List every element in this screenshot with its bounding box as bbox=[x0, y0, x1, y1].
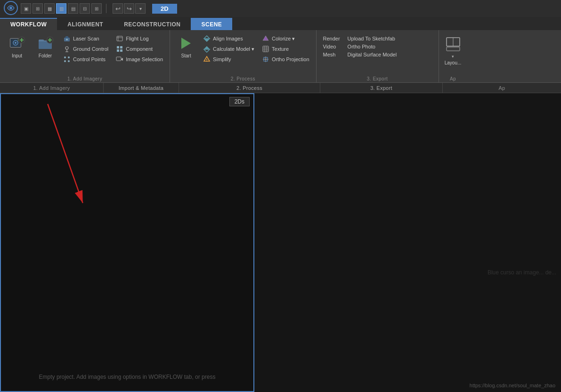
start-button[interactable]: Start bbox=[174, 33, 198, 61]
toolbar-icon-1[interactable]: ▣ bbox=[21, 3, 31, 14]
left-panel: 2Ds Empty project. Add images using opti… bbox=[0, 93, 254, 392]
toolbar-icon-7[interactable]: ⊞ bbox=[91, 3, 102, 14]
start-label: Start bbox=[181, 53, 191, 59]
component-button[interactable]: Component bbox=[113, 44, 166, 54]
svg-point-16 bbox=[65, 47, 68, 49]
component-icon bbox=[116, 45, 123, 53]
toolbar-icon-2[interactable]: ⊞ bbox=[33, 3, 43, 14]
export-label: 3. Export bbox=[320, 74, 435, 82]
tab-reconstruction[interactable]: RECONSTRUCTION bbox=[114, 18, 191, 30]
export-content: Render Video Mesh Upload To Sketchfab Or… bbox=[320, 33, 435, 74]
svg-rect-28 bbox=[117, 49, 119, 52]
svg-rect-50 bbox=[447, 47, 460, 51]
svg-point-1 bbox=[9, 7, 12, 9]
left-panel-content: Empty project. Add images using options … bbox=[1, 109, 253, 391]
simplify-icon bbox=[203, 56, 211, 63]
toolbar-icon-4-active[interactable]: ▥ bbox=[56, 3, 66, 14]
mode-2d-button[interactable]: 2D bbox=[152, 4, 177, 14]
add-imagery-label: 1. Add Imagery bbox=[4, 74, 166, 82]
tab-workflow[interactable]: WORKFLOW bbox=[0, 18, 57, 30]
ortho-projection-button[interactable]: Ortho Projection bbox=[259, 55, 312, 64]
svg-rect-29 bbox=[120, 49, 122, 52]
section-import-metadata: Import & Metadata bbox=[104, 83, 179, 93]
svg-point-21 bbox=[64, 60, 66, 62]
svg-point-20 bbox=[68, 56, 70, 58]
right-panel: Blue curso an image... de... https://blo… bbox=[254, 93, 561, 392]
flight-log-button[interactable]: Flight Log bbox=[113, 34, 166, 43]
upload-sketchfab-button[interactable]: Upload To Sketchfab bbox=[345, 35, 400, 42]
svg-rect-23 bbox=[117, 36, 122, 41]
texture-button[interactable]: Texture bbox=[259, 44, 312, 54]
flight-log-icon bbox=[116, 35, 123, 42]
svg-marker-33 bbox=[204, 39, 210, 42]
tab-scene[interactable]: SCENE bbox=[191, 18, 232, 30]
ribbon-tabs: WORKFLOW ALIGNMENT RECONSTRUCTION SCENE bbox=[0, 17, 561, 30]
blue-cursor-text: Blue curso an image... de... bbox=[488, 268, 556, 277]
colorize-button[interactable]: Colorize ▾ bbox=[259, 34, 312, 43]
simplify-button[interactable]: Simplify bbox=[200, 55, 257, 64]
left-panel-top: 2Ds bbox=[1, 94, 253, 109]
app-logo bbox=[4, 1, 18, 16]
export-group: Render Video Mesh Upload To Sketchfab Or… bbox=[317, 30, 439, 82]
texture-icon bbox=[262, 45, 269, 53]
video-button[interactable]: Video bbox=[320, 43, 343, 50]
image-selection-button[interactable]: Image Selection bbox=[113, 55, 166, 64]
process-items: Align Images Calculate Model ▾ bbox=[200, 34, 257, 64]
laser-scan-button[interactable]: Laser Scan bbox=[60, 34, 111, 43]
toolbar-icons: ▣ ⊞ ▦ ▥ ▤ ⊟ ⊞ bbox=[21, 3, 102, 14]
svg-marker-35 bbox=[204, 49, 210, 52]
svg-rect-30 bbox=[116, 57, 121, 61]
process-items-col2: Colorize ▾ Texture bbox=[259, 34, 312, 64]
ground-control-button[interactable]: Ground Control bbox=[60, 44, 111, 54]
section-labels: 1. Add Imagery Import & Metadata 2. Proc… bbox=[0, 83, 561, 93]
svg-point-15 bbox=[66, 39, 68, 40]
process-label: 2. Process bbox=[174, 74, 312, 82]
render-button[interactable]: Render bbox=[320, 35, 343, 42]
mesh-button[interactable]: Mesh bbox=[320, 51, 343, 58]
input-button[interactable]: Input bbox=[4, 33, 30, 61]
export-items-col2: Upload To Sketchfab Ortho Photo Digital … bbox=[345, 33, 400, 60]
watermark: https://blog.csdn.net/soul_mate_zhao bbox=[470, 383, 555, 388]
calculate-model-button[interactable]: Calculate Model ▾ bbox=[200, 44, 257, 54]
ortho-projection-icon bbox=[262, 56, 269, 63]
toolbar-icon-3[interactable]: ▦ bbox=[44, 3, 55, 14]
calculate-model-icon bbox=[203, 45, 211, 53]
laser-scan-icon bbox=[63, 35, 71, 42]
section-process: 2. Process bbox=[179, 83, 320, 93]
svg-point-5 bbox=[15, 42, 16, 44]
section-add-imagery: 1. Add Imagery bbox=[0, 83, 104, 93]
svg-point-38 bbox=[206, 61, 207, 62]
folder-button[interactable]: Folder bbox=[32, 33, 58, 61]
digital-surface-model-button[interactable]: Digital Surface Model bbox=[345, 51, 400, 58]
main-area: 2Ds Empty project. Add images using opti… bbox=[0, 93, 561, 392]
layout-label: Layou... bbox=[445, 60, 462, 65]
undo-button[interactable]: ↩ bbox=[113, 3, 123, 14]
layout-group: ▾ Layou... Ap bbox=[439, 30, 467, 82]
toolbar-icon-6[interactable]: ⊟ bbox=[80, 3, 90, 14]
ortho-photo-button[interactable]: Ortho Photo bbox=[345, 43, 400, 50]
ribbon: Input Folder bbox=[0, 30, 561, 83]
empty-project-text: Empty project. Add images using options … bbox=[39, 373, 216, 382]
control-points-button[interactable]: Control Points bbox=[60, 55, 111, 64]
svg-marker-31 bbox=[181, 38, 191, 49]
svg-point-22 bbox=[68, 60, 70, 62]
align-images-button[interactable]: Align Images bbox=[200, 34, 257, 43]
colorize-icon bbox=[262, 35, 269, 42]
redo-button[interactable]: ↪ bbox=[124, 3, 134, 14]
folder-icon bbox=[37, 35, 54, 52]
svg-rect-14 bbox=[65, 36, 68, 38]
toolbar-icon-5[interactable]: ▤ bbox=[68, 3, 78, 14]
svg-marker-34 bbox=[204, 46, 210, 49]
image-selection-icon bbox=[116, 56, 123, 63]
section-app: Ap bbox=[443, 83, 561, 93]
undo-redo-group: ↩ ↪ ▾ bbox=[113, 3, 146, 14]
layout-button[interactable]: ▾ Layou... bbox=[443, 33, 463, 68]
svg-rect-27 bbox=[120, 46, 122, 48]
input-icon bbox=[8, 35, 25, 52]
tab-alignment[interactable]: ALIGNMENT bbox=[57, 18, 114, 30]
imagery-items-col1: Laser Scan Ground Control bbox=[60, 34, 111, 64]
panel-badge: 2Ds bbox=[229, 97, 250, 106]
layout-dropdown-arrow: ▾ bbox=[452, 54, 454, 59]
add-imagery-group: Input Folder bbox=[0, 30, 170, 82]
more-button[interactable]: ▾ bbox=[135, 3, 146, 14]
